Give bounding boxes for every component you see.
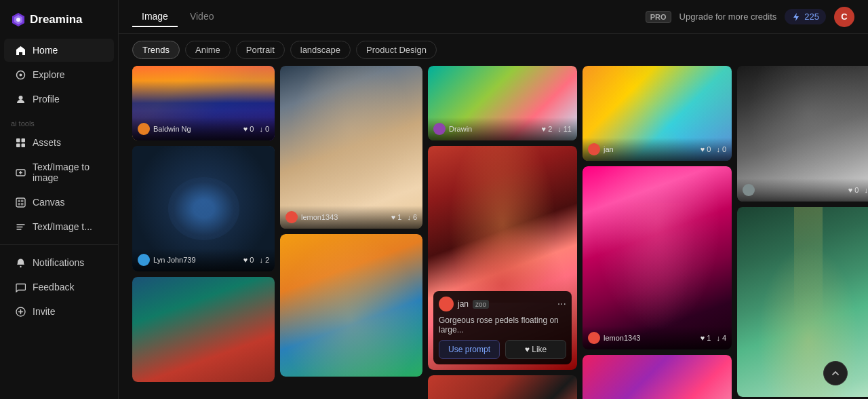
gallery-item-japanese[interactable] xyxy=(428,375,577,399)
tiger-overlay: Lyn John739 ♥ 0 ↓ 2 xyxy=(132,248,275,271)
like-button[interactable]: ♥ Like xyxy=(505,340,566,359)
main-content: Image Video PRO Upgrade for more credits… xyxy=(119,0,868,399)
tab-image[interactable]: Image xyxy=(132,7,178,27)
anime-girl-overlay: lemon1343 ♥ 1 ↓ 4 xyxy=(583,326,732,349)
feedback-label: Feedback xyxy=(33,282,74,292)
gallery-item-anime-girl[interactable]: lemon1343 ♥ 1 ↓ 4 xyxy=(583,166,732,349)
girl-portrait-overlay: lemon1343 ♥ 1 ↓ 6 xyxy=(280,206,422,229)
street-user: Baldwin Ng xyxy=(138,123,191,135)
feedback-icon xyxy=(15,282,26,292)
header: Image Video PRO Upgrade for more credits… xyxy=(119,0,868,34)
filter-portrait[interactable]: Portrait xyxy=(236,41,285,59)
assets-icon xyxy=(15,137,26,148)
hands-likes: ♥ 2 xyxy=(542,125,553,133)
image-brunette xyxy=(132,277,275,382)
woman-bw-overlay: ♥ 0 ↓ 0 xyxy=(737,178,868,202)
anime-girl-avatar xyxy=(588,332,600,344)
image-cooking xyxy=(280,234,422,377)
gallery-item-woman-bw[interactable]: ♥ 0 ↓ 0 xyxy=(737,66,868,202)
image-japanese xyxy=(428,375,577,399)
gallery-item-roses-sunset[interactable]: jan zoo ··· Gorgeous rose pedels floatin… xyxy=(428,146,577,370)
user-avatar[interactable]: C xyxy=(834,7,854,27)
girl-portrait-username: lemon1343 xyxy=(301,213,338,221)
canvas-label: Canvas xyxy=(33,197,64,208)
invite-label: Invite xyxy=(33,306,55,317)
text-image-label: Text/Image to image xyxy=(33,162,103,183)
hands-user-avatar xyxy=(433,123,446,135)
girl-portrait-likes: ♥ 1 xyxy=(391,213,402,221)
logo-icon xyxy=(11,12,26,27)
filter-anime[interactable]: Anime xyxy=(185,41,231,59)
popup-username: jan xyxy=(458,299,469,309)
sidebar-item-assets[interactable]: Assets xyxy=(4,131,114,154)
sidebar-item-explore[interactable]: Explore xyxy=(4,63,114,86)
sidebar-divider xyxy=(0,244,118,245)
image-forest-girl xyxy=(737,207,868,397)
filter-bar: Trends Anime Portrait landscape Product … xyxy=(119,34,868,66)
tiger-downloads: ↓ 2 xyxy=(259,256,269,264)
explore-icon xyxy=(15,69,26,80)
filter-product-design[interactable]: Product Design xyxy=(356,41,437,59)
svg-rect-9 xyxy=(21,143,25,147)
colorful-art-username: jan xyxy=(604,145,614,153)
invite-icon xyxy=(15,306,26,317)
street-user-avatar xyxy=(138,123,150,135)
home-label: Home xyxy=(33,45,58,56)
chevron-up-icon xyxy=(830,368,841,379)
sidebar-item-home[interactable]: Home xyxy=(4,39,114,62)
street-stats: ♥ 0 ↓ 0 xyxy=(243,125,269,133)
woman-bw-stats: ♥ 0 ↓ 0 xyxy=(848,186,868,194)
gallery-item-anime2[interactable] xyxy=(583,355,732,399)
svg-point-4 xyxy=(19,73,22,76)
gallery-item-colorful-hands[interactable]: Drawin ♥ 2 ↓ 11 xyxy=(428,66,577,140)
sidebar-item-notifications[interactable]: Notifications xyxy=(4,251,114,274)
gallery-item-cooking[interactable] xyxy=(280,234,422,377)
girl-portrait-downloads: ↓ 6 xyxy=(407,213,417,221)
assets-label: Assets xyxy=(33,137,61,148)
popup-more-button[interactable]: ··· xyxy=(557,298,566,310)
text-image2-icon xyxy=(15,221,26,232)
sidebar-item-text-image[interactable]: Text/Image to image xyxy=(4,155,114,189)
woman-bw-avatar xyxy=(743,184,755,196)
gallery-item-brunette[interactable] xyxy=(132,277,275,382)
filter-trends[interactable]: Trends xyxy=(132,41,180,59)
scroll-to-top-button[interactable] xyxy=(823,361,848,385)
gallery-item-colorful-art[interactable]: jan ♥ 0 ↓ 0 xyxy=(583,66,732,161)
hands-overlay: Drawin ♥ 2 ↓ 11 xyxy=(428,117,577,140)
sidebar-item-invite[interactable]: Invite xyxy=(4,300,114,323)
header-tabs: Image Video xyxy=(132,7,223,27)
upgrade-text[interactable]: Upgrade for more credits xyxy=(679,12,777,22)
pro-badge: PRO xyxy=(646,11,671,23)
sidebar-navigation: Home Explore Profile AI tools xyxy=(0,38,118,324)
woman-bw-likes: ♥ 0 xyxy=(848,186,859,194)
gallery-item-street[interactable]: Baldwin Ng ♥ 0 ↓ 0 xyxy=(132,66,275,140)
colorful-art-downloads: ↓ 0 xyxy=(716,145,726,153)
colorful-art-likes: ♥ 0 xyxy=(701,145,711,153)
canvas-icon xyxy=(15,197,26,208)
tiger-likes: ♥ 0 xyxy=(243,256,254,264)
tiger-user: Lyn John739 xyxy=(138,254,196,266)
gallery-item-forest-girl[interactable] xyxy=(737,207,868,397)
hands-username: Drawin xyxy=(449,125,472,133)
gallery-item-tiger[interactable]: Lyn John739 ♥ 0 ↓ 2 xyxy=(132,146,275,271)
svg-point-2 xyxy=(16,18,20,22)
notifications-label: Notifications xyxy=(33,257,84,268)
sidebar-item-profile[interactable]: Profile xyxy=(4,88,114,111)
gallery-item-girl-portrait[interactable]: lemon1343 ♥ 1 ↓ 6 xyxy=(280,66,422,229)
tiger-username: Lyn John739 xyxy=(153,256,196,264)
woman-bw-downloads: ↓ 0 xyxy=(864,186,868,194)
gallery-grid: Baldwin Ng ♥ 0 ↓ 0 xyxy=(132,66,854,399)
anime-girl-stats: ♥ 1 ↓ 4 xyxy=(701,334,726,342)
logo[interactable]: Dreamina xyxy=(0,8,118,38)
filter-landscape[interactable]: landscape xyxy=(290,41,351,59)
svg-point-16 xyxy=(20,265,21,267)
use-prompt-button[interactable]: Use prompt xyxy=(439,340,500,359)
text-image-icon xyxy=(15,167,26,178)
tab-video[interactable]: Video xyxy=(180,7,224,27)
sidebar-item-canvas[interactable]: Canvas xyxy=(4,191,114,214)
sidebar-item-text-image2[interactable]: Text/Image t... xyxy=(4,215,114,238)
sidebar-item-feedback[interactable]: Feedback xyxy=(4,276,114,299)
hands-stats: ♥ 2 ↓ 11 xyxy=(542,125,572,133)
hands-user: Drawin xyxy=(433,123,472,135)
popup-user-avatar xyxy=(439,297,454,311)
